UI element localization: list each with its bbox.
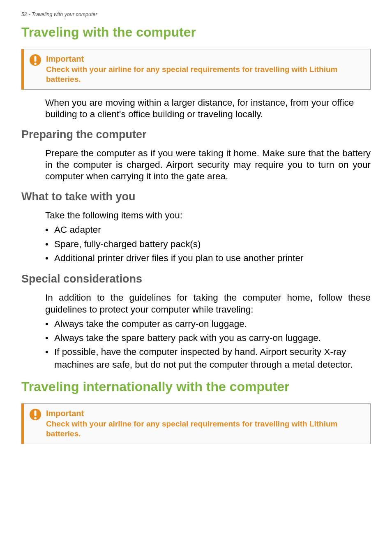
special-list: Always take the computer as carry-on lug…	[45, 318, 371, 371]
list-item: Always take the computer as carry-on lug…	[45, 318, 371, 330]
svg-point-2	[34, 63, 37, 65]
svg-rect-4	[35, 410, 37, 416]
heading-traveling-with-computer: Traveling with the computer	[21, 25, 371, 40]
callout-body: Check with your airline for any special …	[46, 65, 364, 84]
callout-title: Important	[46, 54, 364, 64]
list-item: Always take the spare battery pack with …	[45, 332, 371, 344]
list-item: AC adapter	[45, 224, 371, 236]
callout-body: Check with your airline for any special …	[46, 419, 364, 439]
take-list: AC adapter Spare, fully-charged battery …	[45, 224, 371, 264]
warning-icon	[29, 53, 42, 67]
heading-traveling-internationally: Traveling internationally with the compu…	[21, 379, 371, 394]
important-callout-2: Important Check with your airline for an…	[21, 403, 371, 444]
preparing-paragraph: Prepare the computer as if you were taki…	[45, 148, 371, 182]
list-item: If possible, have the computer inspected…	[45, 346, 371, 371]
important-callout-1: Important Check with your airline for an…	[21, 49, 371, 90]
svg-rect-1	[35, 56, 37, 62]
list-item: Spare, fully-charged battery pack(s)	[45, 238, 371, 250]
intro-paragraph: When you are moving within a larger dist…	[45, 97, 371, 120]
list-item: Additional printer driver files if you p…	[45, 252, 371, 264]
heading-special-considerations: Special considerations	[21, 273, 371, 285]
heading-preparing: Preparing the computer	[21, 128, 371, 141]
page-header: 52 - Traveling with your computer	[21, 12, 371, 17]
special-paragraph: In addition to the guidelines for taking…	[45, 292, 371, 315]
take-paragraph: Take the following items with you:	[45, 210, 371, 221]
callout-title: Important	[46, 409, 364, 418]
callout-text: Important Check with your airline for an…	[46, 409, 364, 439]
heading-what-to-take: What to take with you	[21, 190, 371, 203]
callout-text: Important Check with your airline for an…	[46, 54, 364, 84]
svg-point-5	[34, 417, 37, 419]
warning-icon	[29, 408, 42, 421]
